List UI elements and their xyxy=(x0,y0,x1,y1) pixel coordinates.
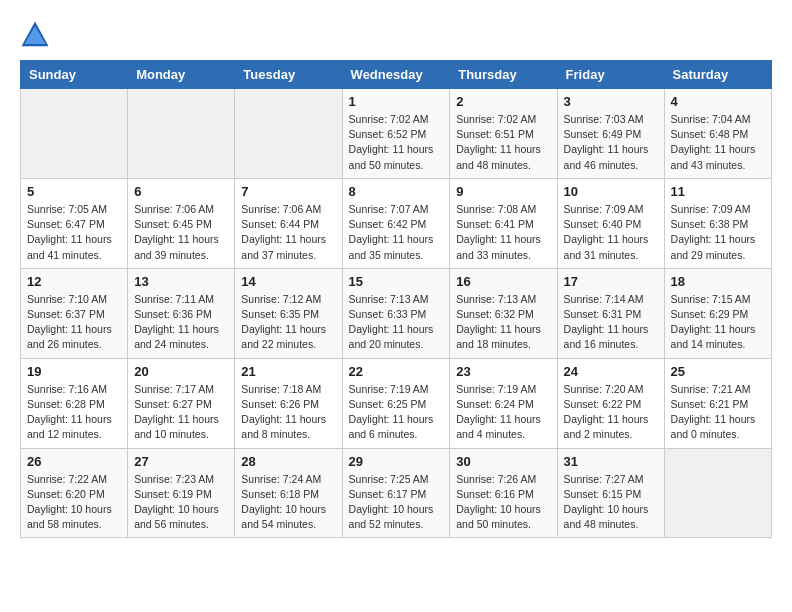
day-info: Sunrise: 7:26 AM Sunset: 6:16 PM Dayligh… xyxy=(456,472,550,533)
calendar-week-row: 1Sunrise: 7:02 AM Sunset: 6:52 PM Daylig… xyxy=(21,89,772,179)
day-info: Sunrise: 7:06 AM Sunset: 6:44 PM Dayligh… xyxy=(241,202,335,263)
day-info: Sunrise: 7:19 AM Sunset: 6:24 PM Dayligh… xyxy=(456,382,550,443)
day-info: Sunrise: 7:12 AM Sunset: 6:35 PM Dayligh… xyxy=(241,292,335,353)
day-number: 10 xyxy=(564,184,658,199)
weekday-header: Wednesday xyxy=(342,61,450,89)
calendar-cell: 10Sunrise: 7:09 AM Sunset: 6:40 PM Dayli… xyxy=(557,178,664,268)
day-info: Sunrise: 7:14 AM Sunset: 6:31 PM Dayligh… xyxy=(564,292,658,353)
day-number: 12 xyxy=(27,274,121,289)
calendar-cell: 26Sunrise: 7:22 AM Sunset: 6:20 PM Dayli… xyxy=(21,448,128,538)
calendar-cell: 18Sunrise: 7:15 AM Sunset: 6:29 PM Dayli… xyxy=(664,268,771,358)
day-info: Sunrise: 7:25 AM Sunset: 6:17 PM Dayligh… xyxy=(349,472,444,533)
logo xyxy=(20,20,54,50)
calendar-cell xyxy=(664,448,771,538)
calendar-cell: 8Sunrise: 7:07 AM Sunset: 6:42 PM Daylig… xyxy=(342,178,450,268)
day-number: 8 xyxy=(349,184,444,199)
calendar-cell: 13Sunrise: 7:11 AM Sunset: 6:36 PM Dayli… xyxy=(128,268,235,358)
calendar-week-row: 5Sunrise: 7:05 AM Sunset: 6:47 PM Daylig… xyxy=(21,178,772,268)
page-header xyxy=(20,20,772,50)
day-info: Sunrise: 7:06 AM Sunset: 6:45 PM Dayligh… xyxy=(134,202,228,263)
calendar-cell xyxy=(128,89,235,179)
calendar-cell: 1Sunrise: 7:02 AM Sunset: 6:52 PM Daylig… xyxy=(342,89,450,179)
day-number: 3 xyxy=(564,94,658,109)
calendar-cell xyxy=(235,89,342,179)
day-info: Sunrise: 7:20 AM Sunset: 6:22 PM Dayligh… xyxy=(564,382,658,443)
weekday-header: Monday xyxy=(128,61,235,89)
day-info: Sunrise: 7:02 AM Sunset: 6:51 PM Dayligh… xyxy=(456,112,550,173)
calendar-cell: 2Sunrise: 7:02 AM Sunset: 6:51 PM Daylig… xyxy=(450,89,557,179)
day-info: Sunrise: 7:08 AM Sunset: 6:41 PM Dayligh… xyxy=(456,202,550,263)
weekday-header: Friday xyxy=(557,61,664,89)
day-info: Sunrise: 7:10 AM Sunset: 6:37 PM Dayligh… xyxy=(27,292,121,353)
day-info: Sunrise: 7:09 AM Sunset: 6:38 PM Dayligh… xyxy=(671,202,765,263)
calendar-cell: 30Sunrise: 7:26 AM Sunset: 6:16 PM Dayli… xyxy=(450,448,557,538)
day-number: 29 xyxy=(349,454,444,469)
weekday-header: Saturday xyxy=(664,61,771,89)
day-number: 28 xyxy=(241,454,335,469)
calendar-cell: 3Sunrise: 7:03 AM Sunset: 6:49 PM Daylig… xyxy=(557,89,664,179)
day-number: 18 xyxy=(671,274,765,289)
day-number: 31 xyxy=(564,454,658,469)
day-number: 16 xyxy=(456,274,550,289)
calendar-cell: 27Sunrise: 7:23 AM Sunset: 6:19 PM Dayli… xyxy=(128,448,235,538)
calendar-cell: 16Sunrise: 7:13 AM Sunset: 6:32 PM Dayli… xyxy=(450,268,557,358)
calendar-cell: 7Sunrise: 7:06 AM Sunset: 6:44 PM Daylig… xyxy=(235,178,342,268)
calendar-cell: 14Sunrise: 7:12 AM Sunset: 6:35 PM Dayli… xyxy=(235,268,342,358)
day-number: 15 xyxy=(349,274,444,289)
calendar-cell: 25Sunrise: 7:21 AM Sunset: 6:21 PM Dayli… xyxy=(664,358,771,448)
calendar-cell: 28Sunrise: 7:24 AM Sunset: 6:18 PM Dayli… xyxy=(235,448,342,538)
day-info: Sunrise: 7:27 AM Sunset: 6:15 PM Dayligh… xyxy=(564,472,658,533)
calendar-cell: 31Sunrise: 7:27 AM Sunset: 6:15 PM Dayli… xyxy=(557,448,664,538)
day-info: Sunrise: 7:13 AM Sunset: 6:33 PM Dayligh… xyxy=(349,292,444,353)
calendar-cell: 21Sunrise: 7:18 AM Sunset: 6:26 PM Dayli… xyxy=(235,358,342,448)
day-info: Sunrise: 7:23 AM Sunset: 6:19 PM Dayligh… xyxy=(134,472,228,533)
calendar-cell: 20Sunrise: 7:17 AM Sunset: 6:27 PM Dayli… xyxy=(128,358,235,448)
calendar-cell: 4Sunrise: 7:04 AM Sunset: 6:48 PM Daylig… xyxy=(664,89,771,179)
calendar-header-row: SundayMondayTuesdayWednesdayThursdayFrid… xyxy=(21,61,772,89)
day-number: 24 xyxy=(564,364,658,379)
day-number: 6 xyxy=(134,184,228,199)
calendar-week-row: 12Sunrise: 7:10 AM Sunset: 6:37 PM Dayli… xyxy=(21,268,772,358)
day-number: 21 xyxy=(241,364,335,379)
logo-icon xyxy=(20,20,50,50)
weekday-header: Thursday xyxy=(450,61,557,89)
day-number: 14 xyxy=(241,274,335,289)
calendar-cell: 6Sunrise: 7:06 AM Sunset: 6:45 PM Daylig… xyxy=(128,178,235,268)
day-number: 7 xyxy=(241,184,335,199)
day-info: Sunrise: 7:17 AM Sunset: 6:27 PM Dayligh… xyxy=(134,382,228,443)
calendar-table: SundayMondayTuesdayWednesdayThursdayFrid… xyxy=(20,60,772,538)
day-number: 22 xyxy=(349,364,444,379)
day-number: 17 xyxy=(564,274,658,289)
day-number: 1 xyxy=(349,94,444,109)
day-info: Sunrise: 7:24 AM Sunset: 6:18 PM Dayligh… xyxy=(241,472,335,533)
day-number: 30 xyxy=(456,454,550,469)
day-info: Sunrise: 7:02 AM Sunset: 6:52 PM Dayligh… xyxy=(349,112,444,173)
day-info: Sunrise: 7:19 AM Sunset: 6:25 PM Dayligh… xyxy=(349,382,444,443)
day-number: 9 xyxy=(456,184,550,199)
day-number: 25 xyxy=(671,364,765,379)
weekday-header: Tuesday xyxy=(235,61,342,89)
day-number: 11 xyxy=(671,184,765,199)
day-info: Sunrise: 7:07 AM Sunset: 6:42 PM Dayligh… xyxy=(349,202,444,263)
day-number: 13 xyxy=(134,274,228,289)
calendar-week-row: 26Sunrise: 7:22 AM Sunset: 6:20 PM Dayli… xyxy=(21,448,772,538)
calendar-cell: 17Sunrise: 7:14 AM Sunset: 6:31 PM Dayli… xyxy=(557,268,664,358)
calendar-week-row: 19Sunrise: 7:16 AM Sunset: 6:28 PM Dayli… xyxy=(21,358,772,448)
weekday-header: Sunday xyxy=(21,61,128,89)
calendar-cell: 9Sunrise: 7:08 AM Sunset: 6:41 PM Daylig… xyxy=(450,178,557,268)
calendar-cell: 15Sunrise: 7:13 AM Sunset: 6:33 PM Dayli… xyxy=(342,268,450,358)
day-number: 23 xyxy=(456,364,550,379)
calendar-cell xyxy=(21,89,128,179)
calendar-cell: 29Sunrise: 7:25 AM Sunset: 6:17 PM Dayli… xyxy=(342,448,450,538)
day-number: 26 xyxy=(27,454,121,469)
day-info: Sunrise: 7:05 AM Sunset: 6:47 PM Dayligh… xyxy=(27,202,121,263)
day-info: Sunrise: 7:16 AM Sunset: 6:28 PM Dayligh… xyxy=(27,382,121,443)
calendar-cell: 19Sunrise: 7:16 AM Sunset: 6:28 PM Dayli… xyxy=(21,358,128,448)
day-info: Sunrise: 7:21 AM Sunset: 6:21 PM Dayligh… xyxy=(671,382,765,443)
day-info: Sunrise: 7:13 AM Sunset: 6:32 PM Dayligh… xyxy=(456,292,550,353)
day-info: Sunrise: 7:09 AM Sunset: 6:40 PM Dayligh… xyxy=(564,202,658,263)
calendar-cell: 5Sunrise: 7:05 AM Sunset: 6:47 PM Daylig… xyxy=(21,178,128,268)
calendar-cell: 23Sunrise: 7:19 AM Sunset: 6:24 PM Dayli… xyxy=(450,358,557,448)
day-info: Sunrise: 7:03 AM Sunset: 6:49 PM Dayligh… xyxy=(564,112,658,173)
day-number: 19 xyxy=(27,364,121,379)
